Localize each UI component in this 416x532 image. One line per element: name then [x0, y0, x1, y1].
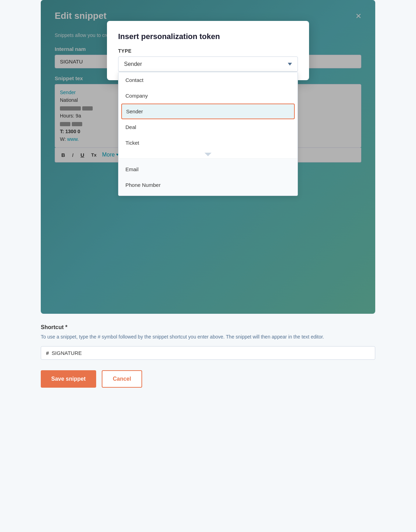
- dropdown-item-ticket[interactable]: Ticket: [118, 135, 298, 151]
- dropdown-bottom-section: Email Phone Number: [118, 159, 298, 196]
- dropdown-item-phone[interactable]: Phone Number: [118, 177, 298, 193]
- save-snippet-button[interactable]: Save snippet: [41, 370, 96, 388]
- dropdown-item-email[interactable]: Email: [118, 161, 298, 177]
- type-select-container: Sender Contact Company Sender Deal Ticke…: [118, 56, 298, 72]
- cancel-button[interactable]: Cancel: [102, 370, 142, 388]
- below-panel: Shortcut * To use a snippet, type the # …: [41, 314, 375, 398]
- selected-value: Sender: [124, 61, 142, 67]
- page-container: Edit snippet × Snippets allow you to cre…: [41, 0, 375, 398]
- shortcut-input-container: #: [41, 346, 375, 360]
- select-chevron-icon: [288, 63, 292, 66]
- insert-token-modal: Insert personalization token Type Sender…: [107, 21, 309, 80]
- type-select[interactable]: Sender: [118, 56, 298, 72]
- dropdown-arrow-triangle: [205, 153, 211, 156]
- action-buttons: Save snippet Cancel: [41, 370, 375, 388]
- edit-snippet-panel: Edit snippet × Snippets allow you to cre…: [41, 0, 375, 314]
- shortcut-label: Shortcut *: [41, 324, 375, 330]
- modal-title: Insert personalization token: [118, 32, 298, 41]
- dropdown-item-deal[interactable]: Deal: [118, 119, 298, 135]
- hash-symbol: #: [46, 350, 49, 356]
- dropdown-arrow: [118, 151, 298, 158]
- modal-overlay: Insert personalization token Type Sender…: [41, 0, 375, 314]
- dropdown-item-company[interactable]: Company: [118, 88, 298, 104]
- dropdown-item-contact[interactable]: Contact: [118, 72, 298, 88]
- dropdown-item-sender[interactable]: Sender: [121, 104, 295, 119]
- modal-type-label: Type: [118, 48, 298, 54]
- shortcut-input[interactable]: [52, 350, 370, 356]
- type-dropdown: Contact Company Sender Deal Ticket Email…: [118, 72, 298, 196]
- shortcut-description: To use a snippet, type the # symbol foll…: [41, 333, 375, 341]
